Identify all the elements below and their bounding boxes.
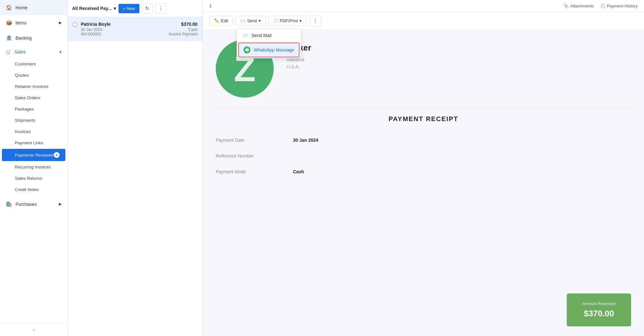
edit-button[interactable]: ✏️ Edit	[209, 16, 233, 26]
main-panel: 1 📎 Attachments 🕐 Payment History ✏️ Edi…	[203, 0, 644, 336]
refresh-icon: ↻	[145, 5, 149, 11]
list-header: All Received Pay... ▾ + New ↻ ⋮	[68, 0, 203, 17]
sidebar-item-retainer-invoices[interactable]: Retainer Invoices	[0, 81, 67, 92]
payment-mode-value: Cash	[293, 169, 304, 174]
sidebar-item-quotes[interactable]: Quotes	[0, 70, 67, 81]
amount-received-label: Amount Received	[577, 301, 621, 306]
list-title-chevron-icon: ▾	[114, 6, 116, 11]
action-bar: ✏️ Edit ✉️ Send ▾ 📄 PDF/Print ▾ ⋮ ✉️ Sen…	[203, 12, 644, 30]
top-bar-actions: 📎 Attachments 🕐 Payment History	[564, 4, 638, 8]
record-number: 1	[209, 3, 212, 8]
pdf-chevron-icon: ▾	[299, 18, 302, 23]
action-more-button[interactable]: ⋮	[309, 15, 321, 26]
list-item[interactable]: Patricia Boyle 30 Jan 2024 INV-000001 $3…	[68, 17, 203, 41]
more-dots-icon: ⋮	[158, 5, 163, 11]
receipt-title: PAYMENT RECEIPT	[216, 115, 631, 123]
send-icon: ✉️	[240, 18, 245, 23]
sidebar-item-shipments[interactable]: Shipments	[0, 115, 67, 126]
new-button[interactable]: + New	[118, 4, 139, 13]
payments-received-add-icon[interactable]: +	[54, 152, 60, 158]
banking-icon: 🏦	[6, 35, 12, 41]
sidebar-item-customers[interactable]: Customers	[0, 58, 67, 70]
purchases-icon: 🛍️	[6, 201, 12, 207]
pdf-icon: 📄	[273, 18, 278, 23]
sidebar-items-label: Items	[15, 20, 26, 25]
receipt-content: Z Zylker Alabama U.S.A. PAYMENT RECEIPT …	[203, 30, 644, 336]
send-chevron-icon: ▾	[259, 18, 261, 23]
sidebar-item-credit-notes[interactable]: Credit Notes	[0, 184, 67, 195]
sidebar-purchases-label: Purchases	[15, 202, 37, 207]
list-item-amount: $370.00	[169, 22, 197, 27]
sidebar: 🏠 Home 📦 Items ▶ 🏦 Banking 🛒 Sales ▾ Cus…	[0, 0, 68, 336]
receipt-fields: Payment Date 30 Jan 2024 Reference Numbe…	[216, 132, 506, 180]
list-item-method: Cash	[169, 27, 197, 32]
more-options-button[interactable]: ⋮	[155, 3, 166, 14]
sidebar-item-sales-returns[interactable]: Sales Returns	[0, 173, 67, 184]
list-title-text: All Received Pay...	[72, 6, 112, 11]
main-top-bar: 1 📎 Attachments 🕐 Payment History	[203, 0, 644, 12]
list-item-invoice: INV-000001	[81, 32, 165, 36]
sidebar-item-packages[interactable]: Packages	[0, 103, 67, 115]
sidebar-item-purchases[interactable]: 🛍️ Purchases ▶	[0, 197, 67, 212]
payment-date-field: Payment Date 30 Jan 2024	[216, 132, 506, 148]
sidebar-item-sales[interactable]: 🛒 Sales ▾	[0, 45, 67, 58]
sidebar-collapse-button[interactable]: ‹	[0, 323, 67, 336]
home-icon: 🏠	[6, 5, 12, 11]
list-panel: All Received Pay... ▾ + New ↻ ⋮ Patricia…	[68, 0, 203, 336]
sidebar-item-sales-orders[interactable]: Sales Orders	[0, 92, 67, 103]
list-title-dropdown[interactable]: All Received Pay... ▾	[72, 6, 116, 11]
attachments-link[interactable]: 📎 Attachments	[564, 4, 593, 8]
reference-number-field: Reference Number	[216, 148, 506, 164]
payment-mode-label: Payment Mode	[216, 169, 293, 174]
mail-icon: ✉️	[243, 33, 248, 38]
sidebar-item-home[interactable]: 🏠 Home	[0, 0, 67, 15]
payment-mode-field: Payment Mode Cash	[216, 164, 506, 180]
sidebar-item-banking[interactable]: 🏦 Banking	[0, 30, 67, 45]
sidebar-sales-label: Sales	[14, 49, 26, 54]
sidebar-item-payment-links[interactable]: Payment Links	[0, 137, 67, 149]
history-icon: 🕐	[600, 4, 605, 8]
sidebar-item-payments-received[interactable]: Payments Received +	[2, 149, 65, 161]
amount-card: Amount Received $370.00	[567, 293, 631, 326]
whatsapp-message-option[interactable]: 💬 WhatsApp Message	[238, 43, 299, 57]
sidebar-home-label: Home	[15, 5, 27, 10]
reference-number-label: Reference Number	[216, 153, 293, 158]
list-item-checkbox[interactable]	[73, 23, 77, 27]
sidebar-item-items[interactable]: 📦 Items ▶	[0, 15, 67, 30]
purchases-arrow-icon: ▶	[59, 202, 62, 206]
list-item-date: 30 Jan 2024	[81, 27, 165, 32]
payment-date-value: 30 Jan 2024	[293, 138, 318, 143]
list-item-type: Invoice Payment	[169, 32, 197, 36]
amount-received-value: $370.00	[577, 309, 621, 319]
items-icon: 📦	[6, 20, 12, 26]
list-item-name: Patricia Boyle	[81, 22, 165, 27]
refresh-button[interactable]: ↻	[142, 3, 153, 14]
sidebar-item-invoices[interactable]: Invoices	[0, 126, 67, 137]
send-button[interactable]: ✉️ Send ▾	[235, 16, 265, 26]
sales-icon: 🛒	[6, 49, 11, 54]
send-dropdown-menu: ✉️ Send Mail 💬 WhatsApp Message	[237, 29, 301, 58]
sidebar-banking-label: Banking	[15, 35, 32, 41]
receipt-divider	[216, 107, 631, 108]
paperclip-icon: 📎	[564, 4, 569, 8]
pdf-print-button[interactable]: 📄 PDF/Print ▾	[268, 16, 307, 26]
edit-icon: ✏️	[214, 18, 219, 23]
sales-arrow-icon: ▾	[59, 49, 62, 54]
payment-date-label: Payment Date	[216, 138, 293, 143]
whatsapp-icon: 💬	[243, 46, 251, 53]
payment-history-link[interactable]: 🕐 Payment History	[600, 4, 638, 8]
sidebar-item-recurring-invoices[interactable]: Recurring Invoices	[0, 161, 67, 173]
more-vertical-icon: ⋮	[313, 18, 318, 24]
send-mail-option[interactable]: ✉️ Send Mail	[237, 29, 301, 42]
items-arrow-icon: ▶	[59, 21, 62, 25]
